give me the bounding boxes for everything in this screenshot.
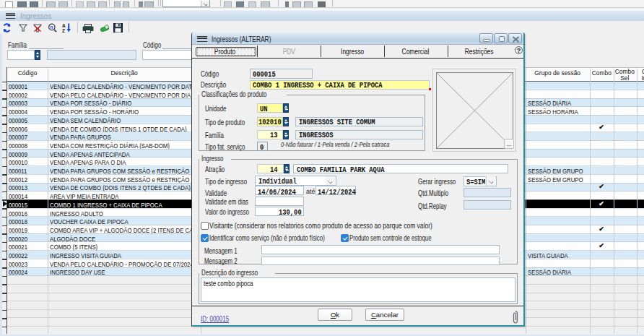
svg-text:n: n xyxy=(50,25,53,30)
svg-text:Z: Z xyxy=(62,28,65,33)
